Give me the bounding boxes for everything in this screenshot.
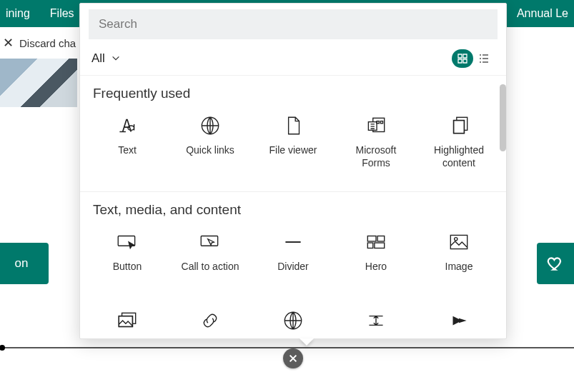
search-input[interactable] [89,9,498,39]
svg-rect-17 [119,316,132,327]
list-view-button[interactable] [473,49,495,68]
filter-dropdown[interactable]: All [91,51,121,66]
command-bar: ✕ Discard cha [0,27,76,59]
favorite-button[interactable] [537,243,574,284]
webpart-grid [80,301,506,338]
cta-icon [196,231,224,253]
svg-rect-9 [201,236,217,246]
picker-toolbar: All [80,44,506,75]
text-icon [113,114,142,137]
webpart-cta[interactable]: Call to action [169,225,252,298]
svg-rect-12 [367,243,372,248]
section-divider[interactable] [0,347,574,348]
webpart-image[interactable]: Image [417,225,500,298]
webpart-item[interactable] [252,303,335,338]
grid-icon [457,53,468,64]
section-title: Frequently used [80,76,506,106]
nav-item[interactable]: Annual Le [517,7,574,20]
svg-rect-3 [377,121,379,124]
globe-icon [279,309,307,332]
button-icon [113,231,142,253]
svg-rect-13 [375,243,385,248]
webpart-item[interactable] [335,303,417,338]
webpart-divider[interactable]: Divider [252,225,335,298]
chevron-down-icon [111,54,121,64]
close-icon[interactable]: ✕ [3,35,14,51]
webpart-forms[interactable]: Microsoft Forms [335,109,417,181]
picker-scroll: Frequently used Text Quick links File vi… [80,75,506,338]
image-stack-icon [113,309,142,332]
webpart-grid: Text Quick links File viewer Microsoft F… [80,106,506,191]
discard-changes-button[interactable]: Discard cha [19,37,76,49]
webpart-file-viewer[interactable]: File viewer [252,109,335,181]
webpart-item[interactable] [169,303,252,338]
close-icon [288,353,298,363]
webpart-quick-links[interactable]: Quick links [169,109,252,181]
webpart-button[interactable]: Button [86,225,169,298]
divider-icon [279,231,307,253]
list-icon [478,53,490,64]
view-toggle [452,49,495,68]
svg-rect-10 [367,236,376,241]
section-title: Text, media, and content [80,192,506,222]
file-icon [279,114,307,137]
svg-rect-6 [454,121,465,134]
scrollbar-thumb[interactable] [500,84,506,151]
nav-item[interactable]: Files [50,7,74,20]
heart-icon [546,254,565,273]
hero-image [0,59,77,107]
grid-view-button[interactable] [452,49,473,68]
close-picker-button[interactable] [283,348,303,368]
svg-rect-14 [450,235,467,248]
webpart-grid: Button Call to action Divider Hero Image [80,222,506,301]
webpart-picker: All Frequently used Text Quick links Fil… [79,3,507,339]
stack-icon [445,114,473,137]
link-icon [196,309,224,332]
image-icon [445,231,473,253]
svg-rect-11 [377,236,385,241]
panel-pointer [300,338,314,346]
webpart-text[interactable]: Text [86,109,169,181]
webpart-hero[interactable]: Hero [335,225,417,298]
webpart-highlighted[interactable]: Highlighted content [417,109,500,181]
svg-point-15 [455,238,457,241]
quick-link-button[interactable]: on [0,243,49,284]
forms-icon [362,114,390,137]
stream-icon [445,309,473,332]
globe-icon [196,114,224,137]
webpart-item[interactable] [86,303,169,338]
spacer-icon [362,309,390,332]
webpart-item[interactable] [417,303,500,338]
svg-rect-4 [380,121,382,124]
hero-icon [362,231,390,253]
nav-item[interactable]: ining [6,7,30,20]
